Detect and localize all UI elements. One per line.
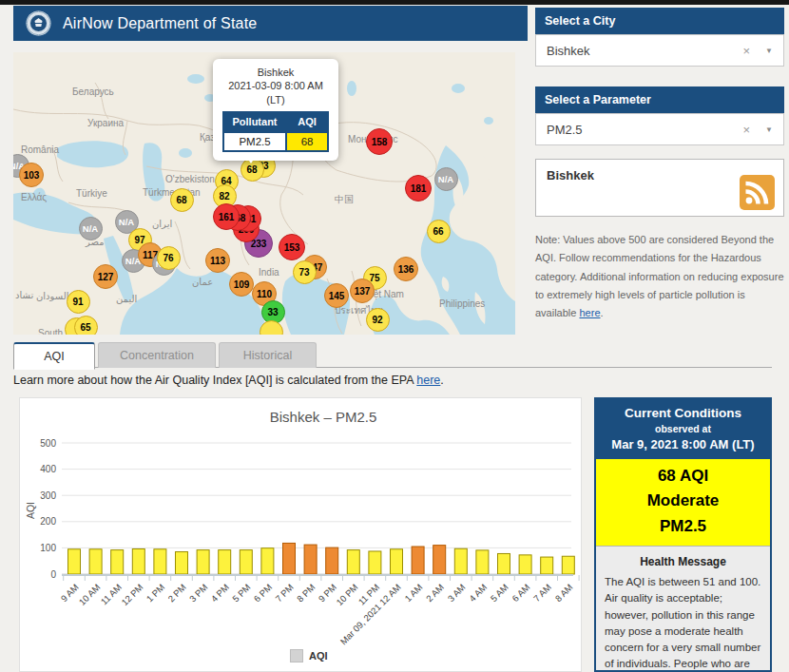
svg-text:400: 400: [40, 464, 56, 474]
map-label: Ελλάς: [21, 192, 47, 202]
x-axis-tick-label: 4 AM: [467, 582, 489, 604]
window-top-edge: [0, 0, 789, 5]
view-tabs: AQI Concentration Historical: [13, 342, 772, 368]
x-axis-tick-label: 3 AM: [446, 582, 468, 604]
x-axis-tick-label: 4 PM: [209, 582, 232, 605]
rss-feed-box: Bishkek: [535, 159, 784, 217]
aqi-bar[interactable]: [541, 557, 553, 574]
aqi-bar[interactable]: [476, 550, 489, 574]
tooltip-col-pollutant: Pollutant: [223, 111, 286, 132]
aqi-bar[interactable]: [304, 545, 317, 574]
tab-concentration[interactable]: Concentration: [98, 342, 216, 368]
aqi-bar[interactable]: [176, 552, 188, 574]
aqi-bar[interactable]: [68, 549, 81, 574]
x-axis-tick-label: 5 PM: [230, 582, 253, 605]
map-label: Украина: [87, 118, 124, 128]
aqi-bar[interactable]: [454, 548, 467, 574]
aqi-bar[interactable]: [132, 549, 144, 574]
tooltip-table: Pollutant AQI PM2.5 68: [222, 111, 329, 152]
x-axis-tick-label: 7 AM: [531, 582, 553, 604]
map-aqi-marker[interactable]: 158: [366, 128, 393, 155]
aqi-bar[interactable]: [89, 549, 102, 574]
map-aqi-marker[interactable]: 109: [229, 272, 254, 297]
map-aqi-marker[interactable]: 103: [19, 163, 44, 187]
aqi-chart-panel: Bishkek – PM2.5 0100200300400500AQI9 AM1…: [19, 397, 582, 672]
conditions-header: Current Conditions observed at Mar 9, 20…: [596, 399, 770, 459]
epa-here-link[interactable]: here: [416, 374, 440, 387]
aqi-bar[interactable]: [412, 547, 424, 574]
tooltip-datetime: 2021-03-09 8:00 AM: [217, 79, 335, 92]
aqi-bar[interactable]: [369, 551, 381, 574]
aqi-bar[interactable]: [391, 549, 403, 574]
map-aqi-marker[interactable]: 113: [205, 248, 230, 273]
aqi-bar[interactable]: [347, 550, 359, 574]
tab-historical[interactable]: Historical: [219, 342, 317, 368]
map-label: تشاد: [15, 290, 33, 300]
x-axis-tick-label: 10 AM: [77, 582, 103, 607]
tab-aqi[interactable]: AQI: [13, 342, 95, 370]
tooltip-col-aqi: AQI: [286, 111, 328, 132]
map-aqi-marker[interactable]: N/A: [434, 167, 458, 191]
map-aqi-marker[interactable]: 91: [67, 290, 90, 314]
select-city-header: Select a City: [535, 8, 784, 34]
map-aqi-marker[interactable]: 127: [93, 264, 118, 289]
map-label: السودان: [36, 291, 69, 301]
svg-text:300: 300: [40, 490, 56, 501]
city-select[interactable]: Bishkek × ▼: [535, 34, 784, 67]
svg-text:AQI: AQI: [25, 502, 36, 519]
map-aqi-marker[interactable]: 92: [366, 308, 390, 332]
note-here-link[interactable]: here: [579, 307, 600, 318]
aqi-bar[interactable]: [283, 543, 296, 574]
aqi-bar[interactable]: [197, 550, 209, 574]
conditions-aqi-value: 68 AQI: [596, 464, 770, 489]
map-aqi-marker[interactable]: 136: [394, 257, 418, 281]
city-clear-icon[interactable]: ×: [742, 44, 750, 58]
aqi-bar[interactable]: [154, 549, 166, 574]
aqi-bar[interactable]: [433, 546, 446, 574]
map-label: 中国: [335, 193, 354, 206]
x-axis-tick-label: 3 PM: [187, 582, 210, 605]
x-axis-tick-label: 5 AM: [489, 582, 510, 604]
aqi-bar[interactable]: [261, 548, 274, 574]
legend-swatch: [290, 649, 303, 662]
map-aqi-marker[interactable]: 153: [279, 234, 305, 260]
aqi-bar[interactable]: [219, 550, 231, 574]
x-axis-tick-label: 1 PM: [144, 582, 167, 605]
parameter-clear-icon[interactable]: ×: [742, 123, 750, 137]
x-axis-tick-label: 7 PM: [273, 582, 296, 605]
parameter-caret-icon[interactable]: ▼: [765, 125, 773, 134]
map-aqi-marker[interactable]: 68: [170, 188, 194, 212]
map-aqi-marker[interactable]: 181: [405, 175, 432, 202]
map-aqi-marker[interactable]: 145: [324, 283, 349, 308]
x-axis-tick-label: 10 PM: [334, 582, 359, 607]
svg-text:0: 0: [50, 569, 56, 580]
map-label: اليمن: [116, 294, 137, 304]
map-aqi-marker[interactable]: 65: [74, 316, 98, 336]
map-label: Philippines: [439, 298, 485, 309]
aqi-bar[interactable]: [326, 547, 338, 574]
aqi-bar[interactable]: [562, 556, 574, 574]
aqi-map[interactable]: БеларусьУкраинаRomâniaΕλλάςTürkiyeҚазақс…: [13, 52, 515, 335]
map-label: Türkiye: [76, 188, 107, 199]
tooltip-pollutant-value: PM2.5: [223, 132, 286, 151]
map-aqi-marker[interactable]: 137: [350, 278, 375, 303]
map-aqi-marker[interactable]: 161: [213, 203, 240, 230]
map-label: Беларусь: [72, 86, 114, 97]
rss-icon[interactable]: [740, 175, 775, 210]
beyond-aqi-note: Note: Values above 500 are considered Be…: [535, 231, 784, 322]
aqi-bar[interactable]: [240, 550, 252, 574]
parameter-select[interactable]: PM2.5 × ▼: [535, 113, 784, 145]
parameter-select-value: PM2.5: [547, 123, 583, 137]
aqi-bar[interactable]: [111, 550, 124, 574]
map-aqi-marker[interactable]: N/A: [79, 217, 103, 240]
x-axis-tick-label: 8 PM: [295, 582, 318, 605]
city-caret-icon[interactable]: ▼: [765, 47, 773, 55]
map-aqi-marker[interactable]: 76: [157, 246, 181, 270]
map-aqi-marker[interactable]: 73: [293, 260, 317, 284]
tooltip-city: Bishkek: [217, 66, 335, 79]
map-label: عمان: [192, 277, 213, 287]
learn-more-text: Learn more about how the Air Quality Ind…: [13, 374, 444, 387]
aqi-bar[interactable]: [519, 555, 531, 574]
aqi-bar[interactable]: [498, 553, 510, 574]
map-aqi-marker[interactable]: 66: [427, 220, 451, 243]
